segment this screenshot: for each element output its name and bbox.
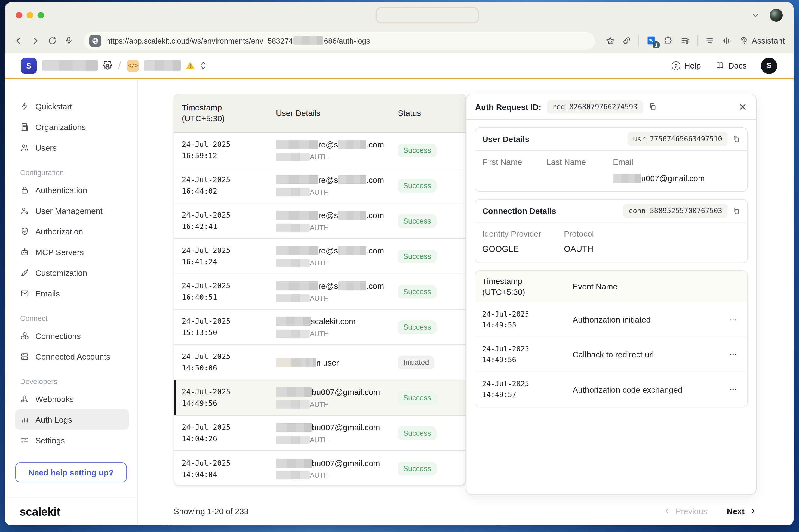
visible-text: AUTH: [310, 188, 329, 196]
log-row[interactable]: 24-Jul-202516:40:51re@s.comAUTHSuccess: [174, 274, 465, 309]
visible-text: u007@gmail.com: [641, 173, 705, 183]
sidebar-item-user-management[interactable]: User Management: [15, 200, 129, 221]
chevron-down-icon[interactable]: [751, 11, 760, 20]
redacted-text: [276, 317, 311, 326]
close-icon[interactable]: [738, 102, 747, 111]
browser-profile-avatar[interactable]: [769, 9, 783, 22]
redacted-text: [338, 281, 366, 290]
next-page-button[interactable]: Next: [727, 506, 757, 515]
workspace-settings-gear-icon[interactable]: [103, 61, 112, 70]
workspace-logo[interactable]: S: [21, 57, 37, 74]
sidebar-item-label: Connections: [35, 331, 81, 340]
toolbar-divider: [697, 35, 698, 46]
extensions-icon[interactable]: [664, 36, 673, 45]
sidebar-item-label: User Management: [35, 206, 103, 215]
sidebar-item-label: Emails: [35, 289, 60, 298]
connection-details-heading: Connection Details: [482, 206, 556, 215]
sidebar-item-customization[interactable]: Customization: [15, 262, 129, 283]
visible-text: re@s: [318, 140, 338, 149]
visible-text: n user: [316, 358, 339, 367]
log-row[interactable]: 24-Jul-202514:50:06n userInitiated: [174, 345, 465, 380]
sidebar-item-webhooks[interactable]: Webhooks: [15, 388, 129, 409]
environment-code-icon[interactable]: </>: [127, 60, 139, 72]
sidebar-item-organizations[interactable]: Organizations: [15, 116, 129, 137]
log-row[interactable]: 24-Jul-202516:41:24re@s.comAUTHSuccess: [174, 239, 465, 274]
close-window-button[interactable]: [16, 12, 22, 19]
sidebar-item-quickstart[interactable]: Quickstart: [15, 96, 129, 116]
sidebar: QuickstartOrganizationsUsersConfiguratio…: [5, 79, 138, 526]
book-icon: [715, 61, 724, 70]
sidebar-item-connected-accounts[interactable]: Connected Accounts: [15, 346, 129, 367]
redacted-text: [613, 173, 641, 183]
event-row: 24-Jul-202514:49:55Authorization initiat…: [475, 302, 747, 337]
url-bar[interactable]: https://app.scalekit.cloud/ws/environmen…: [84, 32, 595, 49]
docs-button[interactable]: Docs: [715, 61, 747, 70]
more-options-icon[interactable]: [729, 350, 747, 359]
log-row[interactable]: 24-Jul-202516:44:02re@s.comAUTHSuccess: [174, 168, 465, 204]
log-row[interactable]: 24-Jul-202516:59:12re@s.comAUTHSuccess: [174, 133, 465, 168]
visible-text: .com: [366, 246, 384, 255]
assistant-button[interactable]: Assistant: [739, 36, 785, 45]
bar-chart-icon: [20, 415, 30, 424]
log-user-details: bu007@gmail.comAUTH: [276, 457, 398, 480]
copy-icon[interactable]: [732, 207, 740, 215]
zoom-window-button[interactable]: [38, 12, 44, 19]
auth-request-detail-panel: Auth Request ID: req_8268079766274593: [466, 94, 757, 495]
need-help-button[interactable]: Need help setting up?: [15, 462, 127, 482]
protocol-label: Protocol: [564, 229, 740, 238]
log-row[interactable]: 24-Jul-202514:49:56bu007@gmail.comAUTHSu…: [174, 380, 465, 416]
redacted-text: [276, 458, 312, 468]
bookmark-star-icon[interactable]: [605, 36, 615, 45]
forward-icon[interactable]: [31, 36, 40, 45]
log-row[interactable]: 24-Jul-202514:04:26bu007@gmail.comAUTHSu…: [174, 416, 465, 451]
visible-text: re@s: [318, 175, 338, 185]
sidebar-item-connections[interactable]: Connections: [15, 325, 129, 346]
link-icon[interactable]: [622, 36, 631, 45]
events-header: Timestamp(UTC+5:30) Event Name: [475, 271, 747, 302]
redacted-url-segment: [293, 36, 323, 44]
playlist-icon[interactable]: [680, 36, 690, 45]
sidebar-item-users[interactable]: Users: [15, 137, 129, 158]
bolt-icon: [20, 101, 30, 111]
sidebar-item-label: Quickstart: [35, 101, 72, 111]
help-button[interactable]: ? Help: [672, 61, 701, 70]
mic-icon[interactable]: [64, 36, 73, 45]
log-row[interactable]: 24-Jul-202514:04:04bu007@gmail.comAUTHSu…: [174, 451, 465, 486]
log-row[interactable]: 24-Jul-202516:42:41re@s.comAUTHSuccess: [174, 204, 465, 239]
environment-selector-icon[interactable]: [200, 61, 207, 70]
reload-icon[interactable]: [48, 36, 57, 45]
copy-icon[interactable]: [648, 102, 657, 111]
back-icon[interactable]: [14, 36, 23, 45]
redacted-text: [276, 153, 310, 161]
browser-titlebar: [5, 2, 794, 28]
sidebar-item-settings[interactable]: Settings: [15, 430, 129, 451]
log-user-details: re@s.comAUTH: [276, 280, 398, 303]
minimize-window-button[interactable]: [27, 12, 33, 19]
waveform-icon[interactable]: [722, 36, 731, 45]
breadcrumb-separator: /: [118, 60, 121, 72]
sidebar-item-mcp-servers[interactable]: MCP Servers: [15, 242, 129, 262]
user-details-card: User Details usr_77567465663497510 First…: [475, 127, 748, 192]
events-card: Timestamp(UTC+5:30) Event Name 24-Jul-20…: [475, 270, 748, 407]
sidebar-item-authentication[interactable]: Authentication: [15, 179, 129, 200]
redacted-text: [276, 281, 318, 290]
user-avatar[interactable]: S: [761, 57, 777, 74]
table-header: Timestamp(UTC+5:30) User Details Status: [174, 94, 465, 133]
previous-page-button[interactable]: Previous: [664, 506, 707, 515]
more-options-icon[interactable]: [729, 385, 747, 394]
copy-icon[interactable]: [732, 135, 740, 143]
visible-text: .com: [366, 140, 384, 149]
reader-icon[interactable]: [705, 36, 714, 45]
more-options-icon[interactable]: [729, 315, 747, 324]
sidebar-item-emails[interactable]: Emails: [15, 283, 129, 304]
log-row[interactable]: 24-Jul-202515:13:50scalekit.comAUTHSucce…: [174, 309, 465, 345]
redacted-text: [338, 246, 366, 255]
sidebar-item-authorization[interactable]: Authorization: [15, 221, 129, 242]
sidebar-item-label: Authentication: [35, 185, 87, 194]
globe-icon: [89, 35, 101, 46]
webhook-icon: [20, 394, 30, 403]
password-manager-icon[interactable]: 1: [646, 35, 656, 46]
sidebar-item-auth-logs[interactable]: Auth Logs: [15, 409, 129, 430]
event-name: Callback to redirect url: [573, 350, 729, 359]
sidebar-footer: scalekit: [5, 498, 137, 526]
